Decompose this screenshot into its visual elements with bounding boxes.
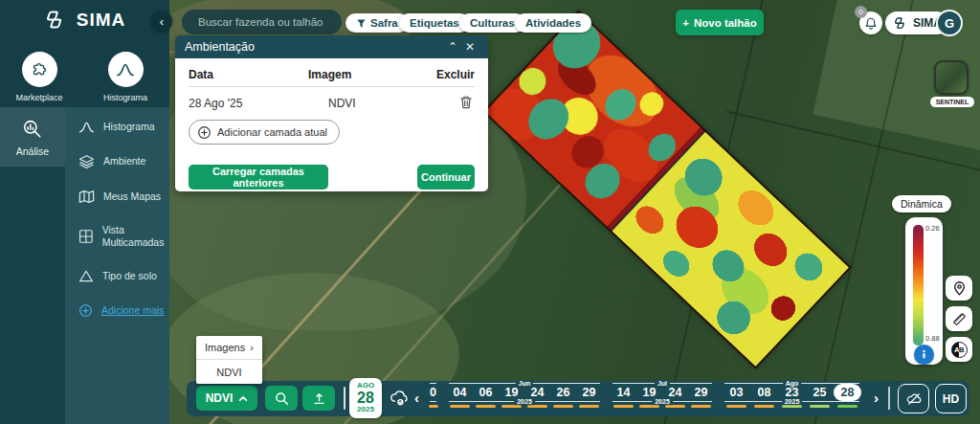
- chevron-right-icon: ›: [250, 342, 254, 353]
- map-icon: [78, 190, 95, 204]
- funnel-icon: [356, 18, 367, 29]
- timeline-date[interactable]: 14: [611, 384, 636, 401]
- sidebar-collapse-button[interactable]: ‹: [151, 11, 172, 32]
- measure-button[interactable]: [946, 306, 972, 331]
- layer-selector-button[interactable]: NDVI: [196, 386, 257, 411]
- cloud-sync-icon: [389, 388, 410, 409]
- sidebar-item-marketplace[interactable]: Marketplace: [11, 52, 68, 104]
- collapse-icon[interactable]: ⌃: [444, 40, 461, 54]
- timeline-clipped-date[interactable]: 0: [428, 383, 438, 408]
- sidebar-item-tipo-de-solo[interactable]: Tipo de solo: [78, 269, 169, 283]
- date-quality-dash: [754, 405, 774, 408]
- grid-icon: [78, 229, 94, 244]
- modal-header[interactable]: Ambientação ⌃ ✕: [175, 35, 488, 58]
- sidebar-item-histograma-top[interactable]: Histograma: [97, 52, 154, 104]
- plus-icon: +: [682, 17, 689, 29]
- chevron-left-icon: ‹: [160, 14, 164, 29]
- cloud-filter-button[interactable]: [898, 384, 929, 413]
- ndvi-color-scale: 0.26 0.88: [905, 217, 943, 365]
- date-quality-dash: [527, 405, 547, 408]
- bell-icon: [864, 16, 878, 31]
- layers-popup-menu: Imagens › NDVI: [196, 336, 262, 384]
- sentinel-layer-thumbnail[interactable]: [934, 60, 969, 95]
- timeline-date[interactable]: 08: [750, 384, 778, 401]
- table-divider: [189, 86, 475, 87]
- timeline-date-selected[interactable]: 28: [834, 384, 861, 401]
- ab-compare-icon: AB: [951, 342, 968, 358]
- farm-search: [182, 10, 342, 34]
- add-current-layer-button[interactable]: Adicionar camada atual: [189, 120, 340, 145]
- modal-title: Ambientação: [185, 40, 444, 54]
- year-label: 2025: [514, 398, 535, 406]
- column-header-data: Data: [189, 68, 213, 81]
- date-quality-dash: [691, 405, 711, 408]
- sidebar-item-ambiente[interactable]: Ambiente: [78, 154, 169, 169]
- sidebar-item-analise[interactable]: Análise: [0, 107, 65, 167]
- date-quality-dash: [450, 405, 470, 408]
- sentinel-label: SENTINEL: [930, 97, 974, 107]
- menu-item-imagens[interactable]: Imagens ›: [196, 336, 262, 360]
- selected-date-card[interactable]: AGO 28 2025: [349, 378, 382, 418]
- timeline-month-ago: Ago 03 08 23 25 28 2025: [723, 383, 861, 408]
- timeline-date[interactable]: 06: [473, 384, 499, 401]
- sima-logo-icon: [893, 16, 909, 31]
- sidebar-item-vista-multicamadas[interactable]: Vista Multicamadas: [78, 224, 169, 249]
- sidebar-item-histograma[interactable]: Histograma: [78, 121, 169, 134]
- month-label: Jul: [655, 380, 670, 388]
- timeline-date[interactable]: 29: [688, 384, 714, 401]
- cloud-off-icon: [905, 391, 923, 408]
- upload-icon: [312, 391, 326, 406]
- location-pin-button[interactable]: [946, 276, 972, 301]
- analysis-magnifier-icon: [22, 119, 43, 140]
- map-search-button[interactable]: [265, 386, 298, 411]
- compare-ab-button[interactable]: AB: [946, 337, 972, 362]
- date-quality-dash: [501, 405, 522, 408]
- timeline-date[interactable]: 0: [428, 384, 438, 401]
- scale-max-value: 0.26: [925, 224, 940, 233]
- date-quality-dash: [476, 405, 496, 408]
- timeline-date[interactable]: 29: [576, 384, 602, 401]
- upload-button[interactable]: [302, 386, 335, 411]
- date-quality-dash: [782, 405, 802, 408]
- scale-mode-label[interactable]: Dinâmica: [892, 195, 951, 212]
- timeline-prev-button[interactable]: ‹: [414, 389, 419, 408]
- timeline-date[interactable]: 26: [550, 384, 576, 401]
- timeline-next-button[interactable]: ›: [874, 389, 879, 408]
- sidebar-rail: Análise: [0, 107, 65, 424]
- column-header-imagem: Imagem: [308, 68, 351, 81]
- hd-toggle-button[interactable]: HD: [935, 384, 967, 413]
- timeline-date[interactable]: 03: [723, 384, 750, 401]
- plus-circle-icon: [78, 303, 93, 318]
- load-previous-layers-button[interactable]: Carregar camadas anteriores: [189, 165, 328, 190]
- sidebar-header: SIMA ‹ Marketplace Histograma: [0, 0, 169, 107]
- ruler-icon: [951, 311, 968, 327]
- sidebar-item-adicione-mais[interactable]: Adicione mais: [78, 303, 169, 318]
- month-label: Ago: [783, 380, 802, 388]
- sidebar-item-meus-mapas[interactable]: Meus Mapas: [78, 190, 169, 204]
- histogram-curve-icon: [78, 121, 95, 134]
- continue-button[interactable]: Continuar: [417, 165, 475, 190]
- filter-atividades[interactable]: Atividades: [515, 13, 591, 33]
- layer-row-image: NDVI: [328, 97, 356, 110]
- trash-icon: [459, 95, 473, 109]
- new-field-button[interactable]: + Novo talhão: [676, 10, 764, 35]
- delete-layer-button[interactable]: [459, 95, 473, 109]
- sidebar: SIMA ‹ Marketplace Histograma Análise Hi…: [0, 0, 169, 424]
- menu-item-ndvi[interactable]: NDVI: [196, 360, 262, 384]
- timeline-date[interactable]: 04: [447, 384, 473, 401]
- modal-body: Data Imagem Excluir 28 Ago '25 NDVI Adic…: [175, 58, 488, 191]
- sima-logo-icon: [44, 10, 69, 31]
- cloud-sync-button[interactable]: [389, 388, 410, 409]
- shortcut-label: Histograma: [103, 93, 147, 102]
- notification-count-badge: 0: [855, 6, 867, 18]
- close-icon[interactable]: ✕: [461, 40, 479, 54]
- avatar[interactable]: G: [936, 10, 963, 36]
- timeline-date[interactable]: 25: [806, 384, 834, 401]
- brand-logo: SIMA: [0, 10, 169, 31]
- app-window: SIMA ‹ Marketplace Histograma Análise Hi…: [0, 0, 980, 424]
- info-icon: [919, 349, 929, 360]
- ambientacao-modal: Ambientação ⌃ ✕ Data Imagem Excluir 28 A…: [175, 35, 488, 191]
- year-label: 2025: [652, 398, 673, 406]
- scale-info-button[interactable]: [914, 345, 934, 365]
- search-input[interactable]: [198, 16, 345, 28]
